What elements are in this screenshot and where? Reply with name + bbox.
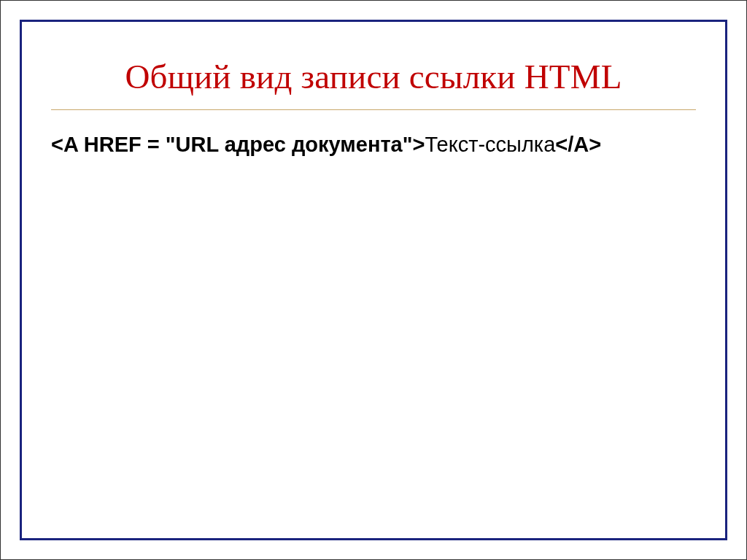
code-link-text: Текст-ссылка <box>425 133 555 156</box>
slide-outer-frame: Общий вид записи ссылки HTML <A HREF = "… <box>0 0 747 560</box>
slide-title: Общий вид записи ссылки HTML <box>51 57 696 96</box>
title-block: Общий вид записи ссылки HTML <box>51 57 696 110</box>
code-close-tag: </A> <box>555 133 601 156</box>
code-open-tag: <A HREF = "URL адрес документа"> <box>51 133 425 156</box>
slide-inner-frame: Общий вид записи ссылки HTML <A HREF = "… <box>20 20 727 540</box>
slide-body: <A HREF = "URL адрес документа">Текст-сс… <box>51 131 696 159</box>
